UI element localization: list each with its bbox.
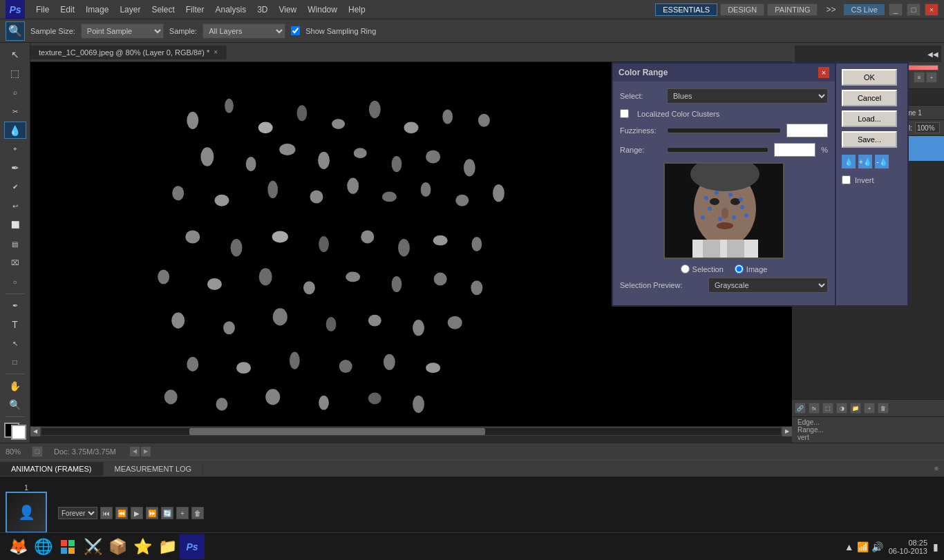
hand-tool[interactable]: ✋ [4,377,26,394]
image-radio[interactable] [735,264,744,273]
layer-new-icon[interactable]: + [864,403,875,414]
cs-live-btn[interactable]: CS Live [844,4,885,15]
panel-btn-1[interactable]: ≡ [914,72,925,83]
show-desktop-btn[interactable]: ▮ [933,541,938,552]
eraser-tool[interactable]: ⬜ [4,216,26,233]
menu-3d[interactable]: 3D [252,3,273,16]
layer-delete-icon[interactable]: 🗑 [878,403,889,414]
scroll-thumb[interactable] [189,428,485,435]
windows-icon[interactable] [55,534,80,559]
move-tool[interactable]: ↖ [4,46,26,63]
menu-analysis[interactable]: Analysis [209,3,252,16]
menu-window[interactable]: Window [302,3,343,16]
restore-button[interactable]: □ [907,3,921,16]
star-icon[interactable]: ⭐ [130,534,155,559]
cancel-button[interactable]: Cancel [842,90,897,106]
minimize-button[interactable]: _ [889,3,903,16]
anim-delete-frame[interactable]: 🗑 [191,507,204,519]
loop-select[interactable]: Forever [58,507,97,519]
zoom-fit-icon[interactable]: ⬚ [32,446,43,457]
selection-radio[interactable] [681,264,690,273]
close-button[interactable]: × [925,3,938,16]
animation-frames-tab[interactable]: ANIMATION (FRAMES) [0,462,104,476]
eyedropper-normal-icon[interactable]: 💧 [842,155,856,168]
history-tool[interactable]: ↩ [4,197,26,215]
selection-preview-select[interactable]: Grayscale [708,278,828,293]
layer-group-icon[interactable]: 📁 [850,403,861,414]
ok-button[interactable]: OK [842,69,897,86]
clone-tool[interactable]: ✔ [4,178,26,195]
lasso-tool[interactable]: ⌕ [4,84,26,101]
localized-clusters-checkbox[interactable] [620,109,629,118]
save-button[interactable]: Save... [842,131,897,148]
workspace-more[interactable]: >> [820,3,841,16]
menu-image[interactable]: Image [80,3,114,16]
quick-select-tool[interactable]: ✂ [4,102,26,119]
box-icon[interactable]: 📦 [105,534,130,559]
anim-next-frame[interactable]: ⏩ [146,507,158,519]
nav-right[interactable]: ▶ [141,447,151,456]
canvas-tab-close[interactable]: × [214,48,218,56]
menu-view[interactable]: View [273,3,302,16]
layer-mask-icon[interactable]: ⬚ [822,403,833,414]
bottom-panel-menu[interactable]: ≡ [934,465,938,472]
firefox-icon[interactable]: 🦊 [6,534,30,559]
path-select-tool[interactable]: ↖ [4,335,26,352]
anim-play[interactable]: ▶ [131,507,143,519]
blur-tool[interactable]: ⌧ [4,254,26,271]
type-tool[interactable]: T [4,316,26,333]
fill-value-input[interactable]: 100% [915,122,940,133]
scroll-left-arrow[interactable]: ◀ [30,427,40,436]
scroll-track[interactable] [41,428,781,435]
eyedropper-tool[interactable]: 💧 [4,122,26,139]
scroll-right-arrow[interactable]: ▶ [782,427,792,436]
photoshop-icon[interactable]: Ps [180,534,205,559]
eyedropper-remove-icon[interactable]: -💧 [875,155,889,168]
anim-prev-frame[interactable]: ⏪ [115,507,128,519]
dodge-tool[interactable]: ○ [4,273,26,290]
sword-icon[interactable]: ⚔️ [80,534,105,559]
workspace-essentials[interactable]: ESSENTIALS [655,3,717,16]
chrome-icon[interactable]: 🌐 [30,534,55,559]
layer-fx-icon[interactable]: fx [809,403,820,414]
volume-icon[interactable]: 🔊 [871,541,883,552]
range-input[interactable] [774,143,815,157]
menu-help[interactable]: Help [343,3,371,16]
layer-adjust-icon[interactable]: ◑ [836,403,847,414]
brush-tool[interactable]: ✒ [4,160,26,177]
anim-loop-frame[interactable]: 🔄 [161,507,173,519]
frame-thumbnail[interactable]: 👤 [6,492,47,533]
invert-checkbox[interactable] [842,175,851,184]
menu-layer[interactable]: Layer [114,3,146,16]
gradient-tool[interactable]: ▤ [4,235,26,253]
selection-tool[interactable]: ⬚ [4,64,26,81]
workspace-painting[interactable]: PAINTING [767,3,818,16]
sample-size-select[interactable]: Point Sample [81,23,164,39]
shape-tool[interactable]: □ [4,354,26,371]
panel-btn-2[interactable]: + [926,72,937,83]
anim-first-frame[interactable]: ⏮ [100,507,113,519]
range-slider[interactable] [667,147,768,153]
spot-heal-tool[interactable]: ⌖ [4,140,26,157]
menu-file[interactable]: File [30,3,55,16]
pen-tool[interactable]: ✒ [4,297,26,314]
foreground-background-color[interactable] [4,423,26,440]
measurement-log-tab[interactable]: MEASUREMENT LOG [104,462,204,476]
expand-icon[interactable]: ◀◀ [927,50,938,58]
canvas-tab[interactable]: texture_1C_0069.jpeg @ 80% (Layer 0, RGB… [30,46,227,59]
workspace-design[interactable]: DESIGN [720,3,764,16]
show-sampling-ring-checkbox[interactable] [291,26,300,35]
menu-select[interactable]: Select [146,3,180,16]
horizontal-scrollbar[interactable]: ◀ ▶ [30,426,792,436]
tray-arrow[interactable]: ▲ [844,541,854,552]
eyedropper-add-icon[interactable]: +💧 [858,155,872,168]
fuzziness-slider[interactable] [667,128,781,133]
sample-select[interactable]: All Layers [202,23,285,39]
fuzziness-input[interactable] [786,124,828,137]
zoom-tool[interactable]: 🔍 [4,396,26,414]
nav-left[interactable]: ◀ [130,447,140,456]
dialog-close-button[interactable]: × [818,67,829,78]
folder-icon[interactable]: 📁 [155,534,180,559]
anim-new-frame[interactable]: + [176,507,189,519]
menu-edit[interactable]: Edit [55,3,80,16]
